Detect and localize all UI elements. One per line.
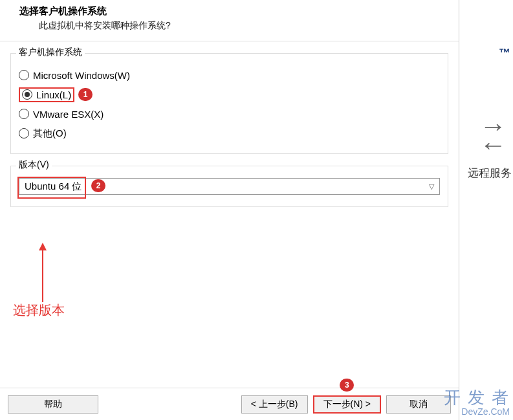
watermark-sub: DevZe.CoM: [444, 406, 510, 417]
dialog-subtitle: 此虚拟机中将安装哪种操作系统?: [39, 20, 447, 32]
watermark: 开 发 者 DevZe.CoM: [444, 386, 510, 417]
radio-icon-selected[interactable]: [22, 89, 32, 100]
version-dropdown[interactable]: Ubuntu 64 位 ▽: [19, 178, 440, 195]
radio-icon: [19, 70, 29, 80]
help-button[interactable]: 帮助: [8, 395, 98, 414]
radio-windows[interactable]: Microsoft Windows(W): [19, 67, 440, 83]
next-button-wrap: 3 下一步(N) >: [313, 395, 382, 414]
swap-icon: → ←: [479, 116, 507, 155]
background-panel: ™ → ← 远程服务: [455, 0, 513, 420]
watermark-main: 开 发 者: [444, 388, 510, 407]
radio-icon: [19, 128, 29, 138]
tm-mark: ™: [499, 47, 510, 60]
radio-vmware[interactable]: VMware ESX(X): [19, 105, 440, 122]
version-dropdown-wrap: Ubuntu 64 位 ▽ 2: [19, 178, 440, 195]
radio-label: Microsoft Windows(W): [33, 70, 130, 81]
annotation-badge-2: 2: [91, 179, 105, 192]
dialog-header: 选择客户机操作系统 此虚拟机中将安装哪种操作系统?: [0, 0, 459, 41]
version-group: 版本(V) Ubuntu 64 位 ▽ 2: [10, 166, 448, 207]
annotation-select-version: 选择版本: [13, 302, 65, 319]
version-group-label: 版本(V): [16, 159, 52, 171]
chevron-down-icon: ▽: [429, 182, 434, 191]
back-button[interactable]: < 上一步(B): [241, 395, 308, 414]
radio-other[interactable]: 其他(O): [19, 125, 440, 142]
next-button[interactable]: 下一步(N) >: [313, 395, 382, 414]
dialog-title: 选择客户机操作系统: [19, 5, 447, 17]
os-group-label: 客户机操作系统: [16, 47, 85, 58]
radio-icon: [19, 109, 29, 119]
remote-text: 远程服务: [468, 166, 512, 181]
annotation-badge-1: 1: [78, 88, 93, 101]
radio-label: VMware ESX(X): [33, 109, 104, 120]
annotation-badge-3: 3: [340, 379, 354, 392]
os-selection-dialog: 选择客户机操作系统 此虚拟机中将安装哪种操作系统? 客户机操作系统 Micros…: [0, 0, 459, 420]
dialog-content: 客户机操作系统 Microsoft Windows(W) Linux(L) 1 …: [0, 41, 459, 388]
dropdown-value: Ubuntu 64 位: [25, 181, 82, 193]
os-group: 客户机操作系统 Microsoft Windows(W) Linux(L) 1 …: [10, 53, 448, 154]
dialog-footer: 帮助 < 上一步(B) 3 下一步(N) > 取消: [0, 388, 459, 420]
radio-label: 其他(O): [33, 127, 67, 140]
cancel-button[interactable]: 取消: [386, 395, 451, 414]
highlight-linux: Linux(L): [19, 87, 74, 102]
radio-linux-row: Linux(L) 1: [19, 86, 440, 103]
radio-label[interactable]: Linux(L): [36, 89, 71, 100]
